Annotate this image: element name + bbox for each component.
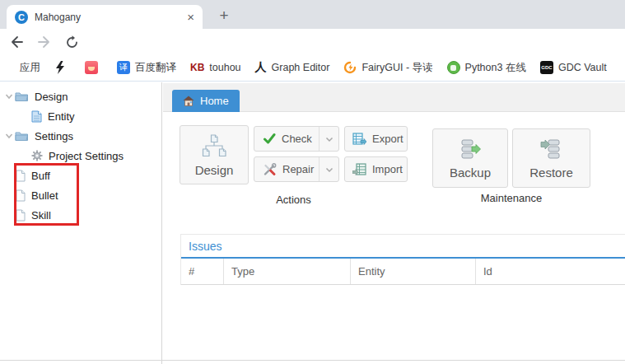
tab-home[interactable]: Home	[172, 90, 240, 112]
window-bottom-edge	[0, 360, 625, 361]
restore-database-icon	[540, 139, 563, 161]
bookmark-baidu-translate[interactable]: 译 百度翻译	[117, 61, 176, 75]
check-button[interactable]: Check	[254, 126, 339, 152]
design-button-label: Design	[195, 163, 234, 177]
restore-button[interactable]: Restore	[512, 128, 590, 188]
check-dropdown-arrow[interactable]	[319, 127, 338, 151]
column-header-id[interactable]: Id	[476, 259, 625, 284]
repair-button-label: Repair	[282, 163, 314, 175]
column-header-entity[interactable]: Entity	[351, 259, 476, 284]
bookmark-touhou[interactable]: KB touhou	[190, 62, 241, 73]
tree-node-bullet[interactable]: Bullet	[0, 185, 161, 205]
app-tab-strip: Home	[163, 83, 625, 112]
translate-icon: 译	[117, 61, 130, 74]
page-icon	[16, 209, 26, 222]
bookmark-graph-editor[interactable]: 人 Graph Editor	[255, 60, 330, 75]
tree-node-entity[interactable]: Entity	[0, 106, 161, 126]
tree-label: Skill	[31, 209, 51, 222]
column-header-type[interactable]: Type	[224, 259, 351, 284]
bookmark-label: 应用	[20, 61, 40, 75]
check-icon	[263, 133, 276, 145]
tab-title: Mahogany	[35, 12, 182, 23]
forward-icon	[35, 33, 54, 51]
design-hierarchy-icon	[199, 134, 229, 159]
tree-label: Design	[35, 91, 68, 103]
bookmark-apps[interactable]: 应用	[8, 61, 40, 75]
entity-document-icon	[31, 110, 42, 123]
maintenance-group-label: Maintenance	[432, 192, 590, 204]
column-header-number[interactable]: #	[181, 259, 224, 284]
browser-tab[interactable]: C Mahogany ×	[7, 5, 203, 29]
browser-toolbar: i localhost:44213/#home	[0, 29, 625, 54]
page-icon	[16, 189, 26, 202]
gear-icon	[31, 150, 43, 161]
repair-button[interactable]: Repair	[254, 156, 339, 182]
lightning-icon	[54, 61, 66, 74]
repair-dropdown-arrow[interactable]	[319, 157, 338, 181]
backup-database-icon	[459, 139, 482, 161]
tab-close-icon[interactable]: ×	[187, 10, 194, 24]
bookmark-lightning[interactable]	[54, 61, 71, 74]
tree-label: Project Settings	[49, 150, 124, 162]
check-button-label: Check	[282, 133, 312, 145]
new-tab-button[interactable]: +	[212, 4, 236, 27]
page-icon	[16, 170, 26, 182]
reload-icon[interactable]	[63, 33, 81, 51]
export-icon	[352, 133, 366, 146]
bookmark-pink-app[interactable]	[85, 61, 103, 74]
tree-label: Buff	[31, 170, 50, 182]
bookmark-python3[interactable]: Python3 在线	[447, 61, 526, 75]
design-button[interactable]: Design	[180, 125, 249, 184]
issues-table-header: # Type Entity Id	[181, 259, 625, 285]
tree-label: Settings	[35, 130, 73, 142]
backup-button-label: Backup	[450, 166, 491, 180]
tree-label: Entity	[48, 110, 75, 123]
bookmark-label: Python3 在线	[465, 61, 526, 75]
tree-node-buff[interactable]: Buff	[0, 166, 161, 185]
bookmark-label: 百度翻译	[135, 61, 176, 75]
person-icon: 人	[255, 60, 267, 75]
back-icon[interactable]	[7, 33, 26, 51]
issues-panel-title: Issues	[181, 235, 625, 259]
bookmark-fairygui[interactable]: FairyGUI - 导读	[343, 61, 432, 75]
bookmark-label: FairyGUI - 导读	[361, 61, 432, 75]
export-button-label: Export	[372, 133, 403, 145]
tree-panel: Design Entity Settings Project Settings	[0, 82, 162, 364]
tree-node-skill[interactable]: Skill	[0, 205, 161, 225]
gdc-icon: GDC	[540, 61, 553, 74]
restore-button-label: Restore	[529, 166, 573, 180]
tree-label: Bullet	[31, 189, 58, 202]
fairygui-icon	[343, 61, 357, 74]
browser-window: C Mahogany × + i localhost:44213/#home	[0, 0, 625, 364]
bookmark-label: touhou	[209, 62, 240, 73]
export-button[interactable]: Export	[344, 126, 408, 152]
kb-icon: KB	[190, 62, 204, 73]
import-icon	[352, 163, 366, 176]
site-favicon-icon: C	[15, 11, 28, 24]
tree-node-design[interactable]: Design	[0, 86, 161, 106]
bookmarks-bar: 应用 译 百度翻译 KB touhou 人 Graph Editor	[0, 54, 625, 82]
folder-icon	[15, 130, 29, 142]
tab-home-label: Home	[200, 95, 229, 107]
browser-tab-strip: C Mahogany × +	[0, 0, 625, 29]
home-icon	[183, 96, 194, 106]
backup-button[interactable]: Backup	[432, 128, 508, 188]
bookmark-gdc-vault[interactable]: GDC GDC Vault	[540, 61, 607, 74]
chevron-down-icon[interactable]	[3, 92, 15, 100]
folder-icon	[15, 91, 29, 102]
tree-node-project-settings[interactable]: Project Settings	[0, 146, 161, 166]
chevron-down-icon[interactable]	[3, 132, 15, 140]
bookmark-label: Graph Editor	[272, 62, 330, 73]
repair-tools-icon	[263, 163, 277, 176]
tree-node-settings[interactable]: Settings	[0, 126, 161, 146]
import-button-label: Import	[372, 163, 403, 175]
import-button[interactable]: Import	[344, 156, 408, 182]
pink-app-icon	[85, 61, 98, 74]
actions-group-label: Actions	[180, 194, 408, 206]
python-icon	[447, 61, 460, 74]
issues-panel: Issues # Type Entity Id	[180, 234, 625, 285]
bookmark-label: GDC Vault	[558, 62, 607, 73]
